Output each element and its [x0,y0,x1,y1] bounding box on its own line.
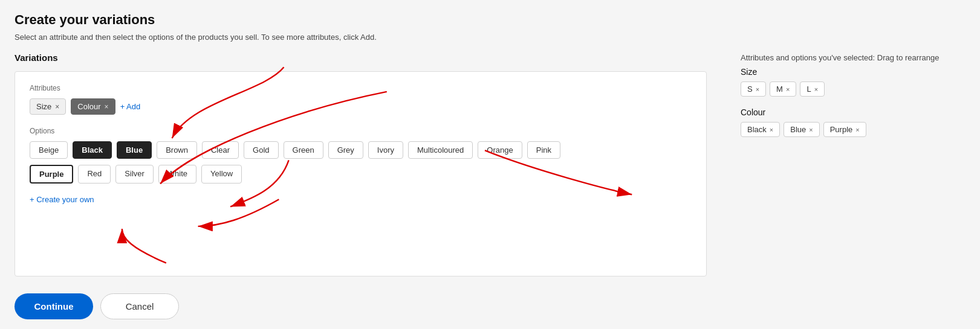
right-chip-l[interactable]: L × [800,81,825,97]
right-chip-purple-label: Purple [830,125,853,134]
right-chip-purple[interactable]: Purple × [823,122,866,137]
continue-button[interactable]: Continue [15,293,93,319]
right-chip-blue-label: Blue [790,125,806,134]
option-brown[interactable]: Brown [157,141,197,159]
options-section: Options Beige Black Blue Brown Clear Gol… [30,127,692,184]
right-chip-s-label: S [747,85,753,94]
right-chip-black[interactable]: Black × [741,122,780,137]
right-chip-purple-close[interactable]: × [855,126,859,133]
right-chip-blue[interactable]: Blue × [784,122,819,137]
option-grey[interactable]: Grey [328,141,363,159]
right-colour-group: Colour Black × Blue × Purple × [741,107,965,137]
right-chip-m-close[interactable]: × [786,86,790,93]
create-own-link[interactable]: + Create your own [30,195,94,204]
right-size-group: Size S × M × L × [741,67,965,97]
option-pink[interactable]: Pink [527,141,560,159]
right-colour-chips: Black × Blue × Purple × [741,122,965,137]
attribute-chip-colour[interactable]: Colour × [71,98,115,115]
option-gold[interactable]: Gold [244,141,278,159]
page-title: Create your variations [15,12,965,28]
right-panel-title: Attributes and options you've selected: … [741,53,965,63]
option-white[interactable]: White [158,165,196,184]
option-yellow[interactable]: Yellow [201,165,242,184]
attribute-chip-colour-close[interactable]: × [105,103,109,111]
attributes-label: Attributes [30,84,692,92]
attributes-row: Size × Colour × + Add [30,98,692,115]
option-green[interactable]: Green [284,141,323,159]
attribute-chip-size-label: Size [36,102,51,111]
option-beige[interactable]: Beige [30,141,68,159]
right-panel: Attributes and options you've selected: … [736,53,965,148]
right-chip-m[interactable]: M × [770,81,796,97]
right-colour-label: Colour [741,107,965,117]
attribute-chip-size[interactable]: Size × [30,98,66,115]
right-chip-l-label: L [806,85,811,94]
right-chip-m-label: M [776,85,783,94]
page-description: Select an attribute and then select the … [15,33,965,42]
option-clear[interactable]: Clear [202,141,239,159]
options-label: Options [30,127,692,135]
attribute-chip-colour-label: Colour [77,102,100,111]
option-purple[interactable]: Purple [30,165,73,184]
option-black[interactable]: Black [73,141,112,159]
option-multicoloured[interactable]: Multicoloured [408,141,473,159]
option-ivory[interactable]: Ivory [368,141,403,159]
footer-buttons: Continue Cancel [15,293,707,319]
options-grid: Beige Black Blue Brown Clear Gold Green … [30,141,692,159]
right-size-chips: S × M × L × [741,81,965,97]
add-attribute-link[interactable]: + Add [120,102,141,111]
left-panel: Variations Attributes Size × Colour × + … [15,53,707,319]
option-blue[interactable]: Blue [117,141,152,159]
right-chip-l-close[interactable]: × [814,86,818,93]
variations-label: Variations [15,53,707,63]
cancel-button[interactable]: Cancel [100,293,179,319]
right-chip-s-close[interactable]: × [756,86,759,93]
options-grid-row2: Purple Red Silver White Yellow [30,165,692,184]
attribute-chip-size-close[interactable]: × [55,103,59,111]
right-chip-s[interactable]: S × [741,81,766,97]
right-chip-black-close[interactable]: × [770,126,773,133]
right-chip-blue-close[interactable]: × [809,126,813,133]
option-silver[interactable]: Silver [115,165,154,184]
right-chip-black-label: Black [747,125,767,134]
option-orange[interactable]: Orange [478,141,522,159]
variations-panel: Attributes Size × Colour × + Add Options [15,71,707,276]
right-size-label: Size [741,67,965,77]
page-container: Create your variations Select an attribu… [0,0,980,329]
option-red[interactable]: Red [78,165,111,184]
